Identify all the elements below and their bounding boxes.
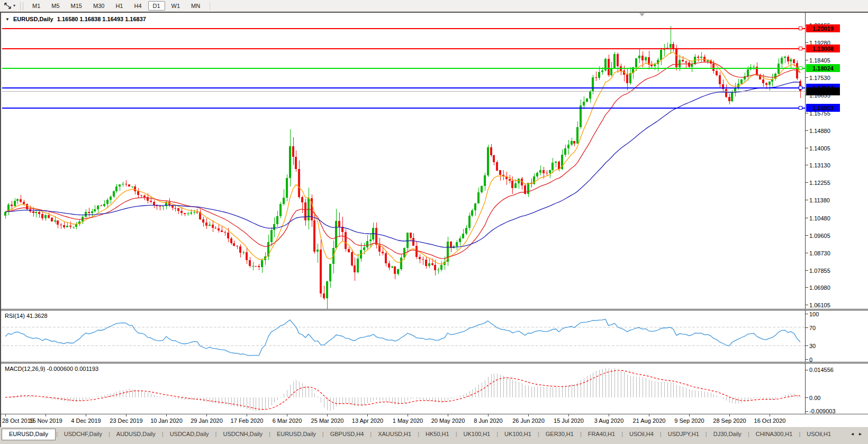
- macd-axis-tick: -0.009003: [809, 408, 836, 414]
- chart-tab-dj30-daily[interactable]: DJ30,Daily: [708, 429, 747, 439]
- price-axis-tick: 1.07855: [809, 268, 830, 274]
- date-axis-label: 8 Jun 2020: [474, 418, 502, 424]
- price-badge: 1.20019: [812, 25, 834, 32]
- chart-tab-xauusd-h1[interactable]: XAUUSD,H1: [372, 429, 417, 439]
- chart-title: ▼ EURUSD,Daily 1.16580 1.16838 1.16493 1…: [5, 16, 146, 22]
- timeframe-button-d1[interactable]: D1: [148, 1, 165, 11]
- date-axis-label: 6 Mar 2020: [273, 418, 302, 424]
- chart-tab-usdcad-daily[interactable]: USDCAD,Daily: [164, 429, 215, 439]
- chart-tab-usoil-h4[interactable]: USOil,H4: [623, 429, 659, 439]
- date-axis-label: 29 Jan 2020: [191, 418, 223, 424]
- date-axis-label: 23 Dec 2019: [110, 418, 142, 424]
- date-axis-label: 10 Jan 2020: [150, 418, 183, 424]
- date-axis-label: 16 Oct 2020: [754, 418, 786, 424]
- date-axis-label: 4 Dec 2019: [71, 418, 101, 424]
- timeframe-button-w1[interactable]: W1: [167, 1, 185, 11]
- cursor-arrows-icon: [4, 2, 12, 10]
- chart-shift-marker[interactable]: [639, 13, 645, 16]
- chart-tab-ger30-h1[interactable]: GER30,H1: [540, 429, 580, 439]
- tabs-scroll-right-icon[interactable]: ▸: [859, 431, 862, 437]
- date-axis-label: 28 Sep 2020: [713, 418, 746, 424]
- main-chart-panel: 1.201551.192801.184051.175301.166551.157…: [1, 13, 868, 309]
- price-badge: 1.19008: [812, 46, 834, 52]
- chart-tab-eurusd-daily[interactable]: EURUSD,Daily: [271, 429, 322, 439]
- rsi-axis-tick: 0: [809, 357, 812, 362]
- price-axis-tick: 1.06980: [809, 285, 830, 291]
- price-axis-tick: 1.17530: [809, 75, 830, 81]
- chart-tab-uk100-h1[interactable]: UK100,H1: [457, 429, 496, 439]
- chart-tab-usdchf-daily[interactable]: USDCHF,Daily: [58, 429, 108, 439]
- rsi-axis-tick: 30: [809, 343, 816, 349]
- toolbar-separator: [210, 2, 210, 10]
- price-axis-tick: 1.10480: [809, 215, 830, 221]
- timeframe-toolbar: ▾ M1M5M15M30H1H4D1W1MN: [0, 0, 868, 12]
- date-axis-label: 1 May 2020: [393, 418, 423, 424]
- rsi-axis-tick: 100: [809, 311, 819, 317]
- title-dropdown-icon: ▼: [5, 17, 10, 22]
- chart-tab-uk100-h1[interactable]: UK100,H1: [499, 429, 537, 439]
- price-axis-tick: 1.11380: [809, 197, 830, 203]
- chevron-down-icon: ▾: [13, 4, 15, 8]
- price-axis-tick: 1.12255: [809, 180, 830, 186]
- cursor-tool-button[interactable]: ▾: [2, 2, 17, 10]
- rsi-label: RSI(14) 41.3628: [5, 313, 48, 319]
- price-axis-tick: 1.06105: [809, 302, 830, 308]
- tabs-scroll-left-icon[interactable]: ◂: [851, 431, 854, 437]
- fast-ma: [5, 52, 800, 264]
- timeframe-button-m5[interactable]: M5: [47, 1, 64, 11]
- date-axis-label: 25 Mar 2020: [311, 418, 344, 424]
- rsi-indicator-chart[interactable]: 10070300: [1, 310, 868, 362]
- toolbar-grip[interactable]: [20, 2, 23, 10]
- chart-window: 1.201551.192801.184051.175301.166551.157…: [0, 12, 868, 427]
- rsi-line: [5, 319, 800, 356]
- chart-tabs-bar: EURUSD,Daily|USDCHF,Daily|AUDUSD,Daily|U…: [0, 427, 868, 444]
- macd-signal-line: [5, 370, 800, 410]
- chart-tab-usdcnh-daily[interactable]: USDCNH,Daily: [217, 429, 268, 439]
- timeframe-button-m1[interactable]: M1: [28, 1, 45, 11]
- price-axis-tick: 1.14005: [809, 145, 830, 152]
- chart-tab-gbpusd-h4[interactable]: GBPUSD,H4: [324, 429, 370, 439]
- chart-tab-audusd-daily[interactable]: AUDUSD,Daily: [111, 429, 161, 439]
- macd-axis-tick: 0.014556: [809, 367, 834, 373]
- date-axis-label: 15 Jul 2020: [554, 418, 584, 424]
- timeframe-button-h4[interactable]: H4: [129, 1, 146, 11]
- macd-panel: 0.0145560.00-0.009003 MACD(12,26,9) -0.0…: [1, 363, 868, 414]
- chart-tab-usdjpy-h1[interactable]: USDJPY,H1: [662, 429, 705, 439]
- date-axis-label: 26 Jun 2020: [512, 418, 545, 424]
- slow-ma: [5, 82, 800, 247]
- chart-tab-fra40-h1[interactable]: FRA40,H1: [582, 429, 621, 439]
- chart-tab-china300-h1[interactable]: CHINA300,H1: [750, 429, 799, 439]
- tabs-scroll-buttons: ◂▸: [847, 429, 866, 438]
- date-axis-label: 17 Feb 2020: [231, 418, 264, 424]
- date-axis[interactable]: 28 Oct 201915 Nov 20194 Dec 201923 Dec 2…: [1, 414, 868, 427]
- current-price-badge: 1.16837: [812, 88, 834, 95]
- price-axis-tick: 1.14880: [809, 128, 830, 134]
- timeframe-button-mn[interactable]: MN: [186, 1, 205, 11]
- date-axis-label: 21 Aug 2020: [633, 418, 666, 424]
- timeframe-button-m30[interactable]: M30: [88, 1, 109, 11]
- chart-tab-usoil-h1[interactable]: USOil,H1: [801, 429, 837, 439]
- macd-axis-tick: 0.00: [809, 395, 820, 401]
- price-axis-tick: 1.09605: [809, 233, 830, 239]
- date-axis-label: 15 Nov 2019: [29, 418, 62, 424]
- timeframe-button-m15[interactable]: M15: [66, 1, 87, 11]
- date-axis-label: 13 Apr 2020: [352, 418, 383, 424]
- main-price-chart[interactable]: 1.201551.192801.184051.175301.166551.157…: [1, 13, 868, 309]
- price-axis-tick: 1.13130: [809, 162, 830, 168]
- rsi-axis-tick: 70: [809, 325, 816, 331]
- date-axis-label: 20 May 2020: [431, 418, 465, 424]
- macd-indicator-chart[interactable]: 0.0145560.00-0.009003: [1, 363, 868, 414]
- timeframe-button-h1[interactable]: H1: [111, 1, 128, 11]
- chart-tab-hk50-h1[interactable]: HK50,H1: [420, 429, 455, 439]
- price-axis-tick: 1.08730: [809, 250, 830, 256]
- rsi-panel: 10070300 RSI(14) 41.3628: [1, 310, 868, 362]
- price-badge: 1.16003: [812, 105, 834, 111]
- timeframe-buttons: M1M5M15M30H1H4D1W1MN: [28, 1, 206, 11]
- date-axis-labels[interactable]: 28 Oct 201915 Nov 20194 Dec 201923 Dec 2…: [1, 414, 868, 427]
- macd-label: MACD(12,26,9) -0.000600 0.001193: [5, 366, 98, 372]
- price-axis-tick: 1.18405: [809, 57, 830, 64]
- date-axis-label: 9 Sep 2020: [674, 418, 704, 424]
- chart-tab-eurusd-daily[interactable]: EURUSD,Daily: [2, 429, 56, 440]
- price-badge: 1.18024: [812, 65, 834, 72]
- date-axis-label: 3 Aug 2020: [594, 418, 624, 424]
